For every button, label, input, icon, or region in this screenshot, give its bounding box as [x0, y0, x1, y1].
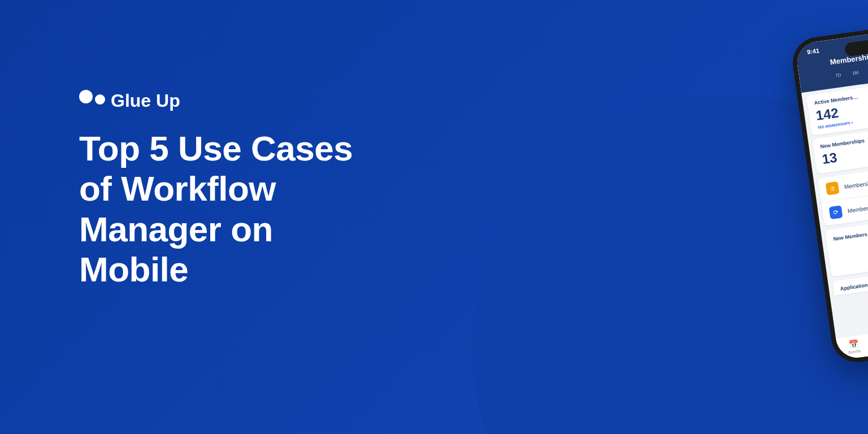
headline: Top 5 Use Casesof WorkflowManager onMobi… — [79, 128, 353, 289]
brand-name: Glue Up — [111, 90, 180, 111]
brand-logo: Glue Up — [79, 90, 353, 111]
tab-events[interactable]: 📅Events — [839, 337, 868, 355]
logo-icon — [79, 94, 105, 108]
crown-icon: ♔ — [826, 181, 840, 196]
hero-content: Glue Up Top 5 Use Casesof WorkflowManage… — [79, 90, 353, 289]
stat-active-memberships[interactable]: Active Members… 142 SEE MEMBERSHIPS > — [806, 86, 868, 136]
tab-bar: 📅Events ✈Campaigns 👑Memberships ✓Tasks1 … — [836, 317, 868, 360]
stat-new-memberships[interactable]: New Memberships 13 — [813, 130, 868, 174]
refresh-icon: ⟳ — [829, 205, 843, 219]
